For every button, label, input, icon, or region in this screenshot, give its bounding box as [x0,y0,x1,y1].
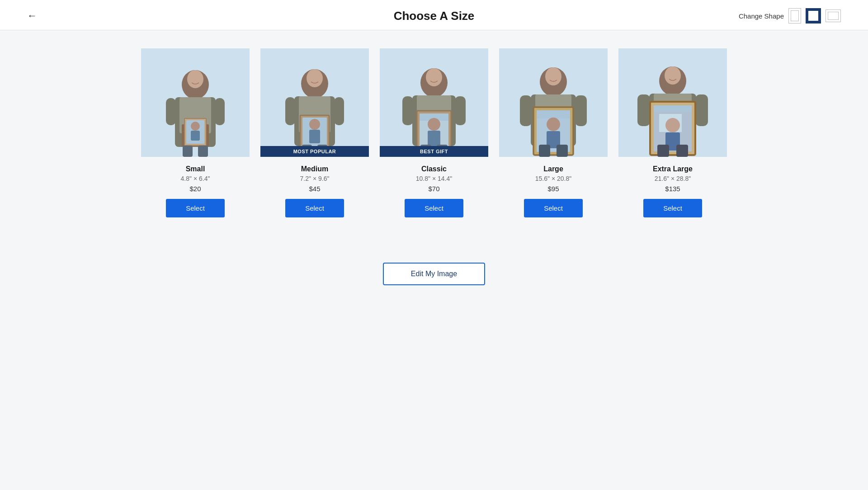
select-button-xlarge[interactable]: Select [643,199,702,217]
product-card-small: Small 4.8" × 6.4" $20 Select [141,48,250,217]
product-price-large: $95 [547,185,559,193]
badge-classic: BEST GIFT [380,146,488,157]
product-image-large [499,48,608,157]
page-title: Choose A Size [394,9,475,23]
svg-point-16 [187,70,203,88]
product-name-medium: Medium [301,165,328,173]
svg-rect-0 [791,10,799,21]
svg-rect-22 [334,97,344,125]
product-image-xlarge [618,48,727,157]
change-shape-label: Change Shape [739,12,784,20]
back-button[interactable]: ← [27,10,37,22]
product-image-small [141,48,250,157]
product-card-xlarge: Extra Large 21.6" × 28.8" $135 Select [618,48,727,217]
svg-rect-71 [676,145,688,157]
main-content: Small 4.8" × 6.4" $20 Select [0,30,868,303]
select-button-medium[interactable]: Select [285,199,344,217]
svg-point-57 [545,67,561,85]
product-image-medium: MOST POPULAR [260,48,369,157]
product-dims-xlarge: 21.6" × 28.8" [655,175,691,182]
products-row: Small 4.8" × 6.4" $20 Select [141,48,727,217]
svg-rect-26 [309,130,320,143]
shape-button-portrait[interactable] [788,8,801,24]
page-header: ← Choose A Size Change Shape [0,0,868,30]
product-name-classic: Classic [421,165,447,173]
product-name-xlarge: Extra Large [653,165,693,173]
svg-rect-8 [215,98,225,125]
select-button-classic[interactable]: Select [405,199,463,217]
product-dims-medium: 7.2" × 9.6" [300,175,330,182]
svg-point-39 [428,118,440,131]
shape-button-landscape[interactable] [826,9,841,22]
svg-point-43 [426,68,442,86]
svg-point-25 [309,119,320,130]
product-price-xlarge: $135 [665,185,680,193]
edit-image-button[interactable]: Edit My Image [383,263,485,285]
svg-rect-1 [808,11,818,21]
svg-point-29 [307,69,323,87]
product-card-classic: BEST GIFT Classic 10.8" × 14.4" $70 Sele… [380,48,488,217]
product-price-small: $20 [189,185,201,193]
svg-rect-63 [695,94,708,126]
svg-rect-70 [657,145,669,157]
svg-rect-7 [166,98,176,125]
product-dims-large: 15.6" × 20.8" [535,175,571,182]
product-image-classic: BEST GIFT [380,48,488,157]
svg-rect-21 [285,97,295,125]
svg-rect-15 [198,146,208,157]
product-name-small: Small [186,165,205,173]
svg-rect-13 [191,131,200,141]
product-name-large: Large [543,165,563,173]
svg-point-72 [665,66,681,85]
product-price-classic: $70 [428,185,439,193]
svg-rect-34 [402,96,413,125]
svg-point-68 [665,118,680,132]
product-price-medium: $45 [309,185,320,193]
select-button-small[interactable]: Select [166,199,225,217]
change-shape-area: Change Shape [739,8,841,24]
badge-medium: MOST POPULAR [260,146,369,157]
svg-rect-62 [637,94,650,126]
select-button-large[interactable]: Select [524,199,583,217]
svg-rect-40 [428,131,440,147]
svg-rect-35 [455,96,466,125]
product-dims-classic: 10.8" × 14.4" [416,175,452,182]
shape-button-square[interactable] [806,8,821,24]
svg-rect-2 [828,12,839,20]
svg-point-53 [547,118,560,131]
svg-rect-14 [183,146,193,157]
product-dims-small: 4.8" × 6.4" [181,175,210,182]
svg-rect-49 [575,95,587,126]
svg-point-12 [191,122,200,131]
svg-rect-55 [539,145,550,157]
svg-rect-48 [520,95,532,126]
svg-rect-56 [557,145,568,157]
product-card-medium: MOST POPULAR Medium 7.2" × 9.6" $45 Sele… [260,48,369,217]
product-card-large: Large 15.6" × 20.8" $95 Select [499,48,608,217]
